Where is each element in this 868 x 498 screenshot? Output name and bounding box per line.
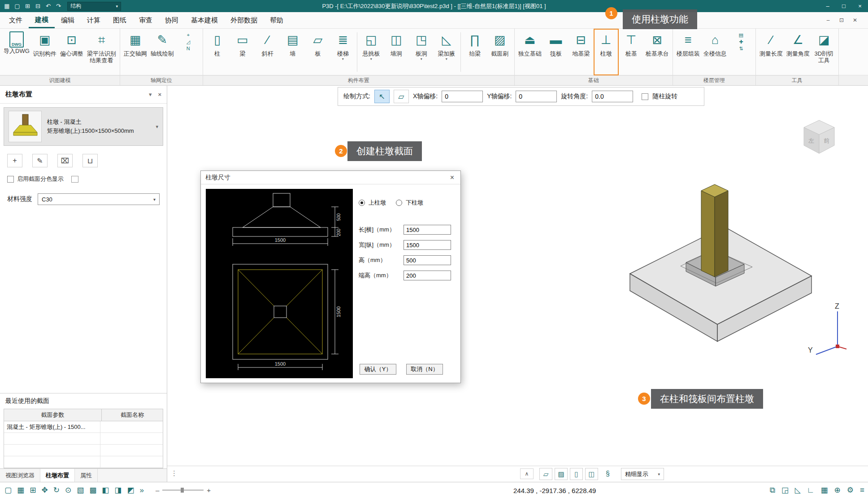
status-right-icon-4[interactable]: ▦ xyxy=(821,485,828,495)
quick-icon-0[interactable]: ▦ xyxy=(2,3,12,9)
section-preview-row[interactable]: 柱墩 - 混凝土 矩形锥墩(上):1500×1500×500mm ▾ xyxy=(4,107,163,146)
display-mode-select[interactable]: 精细显示 ▾ xyxy=(621,468,664,480)
ribbon-button[interactable]: ≡楼层组装 xyxy=(675,29,702,75)
panel-collapse-icon[interactable]: ▾ xyxy=(149,91,152,98)
menu-item[interactable]: 协同 xyxy=(159,12,185,28)
view-cube[interactable]: 左 前 xyxy=(796,116,845,161)
section-color-box[interactable] xyxy=(71,176,78,183)
table-row[interactable]: 混凝土 - 矩形锥墩(上) - 1500... xyxy=(4,421,163,433)
radio-lower-pier[interactable] xyxy=(396,200,402,206)
mini-tool-icon[interactable]: ◿ xyxy=(187,39,190,44)
status-icon-4[interactable]: ↻ xyxy=(53,485,60,495)
ribbon-button[interactable]: ∕斜杆 xyxy=(255,29,280,75)
status-icon-7[interactable]: ▩ xyxy=(89,485,96,495)
model-3d-view[interactable] xyxy=(596,159,829,375)
mini-tool-icon[interactable]: ⌖ xyxy=(187,32,190,38)
dialog-field-input-3[interactable] xyxy=(404,271,451,280)
quick-icon-5[interactable]: ↷ xyxy=(53,3,64,9)
ribbon-button[interactable]: ⌗梁平法识别 结果查看 xyxy=(85,29,118,75)
ribbon-button[interactable]: ⊟地基梁 xyxy=(569,29,594,75)
ribbon-button[interactable]: ▨截面刷 xyxy=(487,29,512,75)
zoom-thumb[interactable] xyxy=(181,488,184,493)
add-button[interactable]: + xyxy=(7,154,22,167)
display-button-0[interactable]: ▱ xyxy=(539,468,552,480)
mini-tool-icon[interactable]: ✚ xyxy=(739,39,743,44)
quick-icon-4[interactable]: ↶ xyxy=(43,3,53,9)
child-window-control-2[interactable]: ✕ xyxy=(849,17,861,23)
rotation-input[interactable] xyxy=(592,91,633,102)
panel-tab[interactable]: 视图浏览器 xyxy=(0,469,40,482)
status-icon-6[interactable]: ▧ xyxy=(77,485,84,495)
x-offset-input[interactable] xyxy=(442,91,483,102)
status-right-icon-0[interactable]: ⧉ xyxy=(770,486,775,495)
ribbon-button[interactable]: ✎轴线绘制 xyxy=(149,29,176,75)
ribbon-button[interactable]: ◺梁加腋▾ xyxy=(434,29,459,75)
library-button[interactable]: ⊔ xyxy=(82,154,98,167)
ribbon-button-pier[interactable]: ⊥柱墩 xyxy=(594,29,619,75)
rotate-with-column-checkbox[interactable] xyxy=(642,93,648,100)
display-button-2[interactable]: ▯ xyxy=(570,468,583,480)
panel-tab[interactable]: 柱墩布置 xyxy=(40,469,75,482)
ribbon-button[interactable]: ▤✚⇅ xyxy=(729,29,754,75)
menu-item[interactable]: 编辑 xyxy=(55,12,81,28)
menu-item[interactable]: 基本建模 xyxy=(185,12,224,28)
ribbon-button[interactable]: ◱悬挑板▾ xyxy=(359,29,384,75)
window-control-minimize[interactable]: – xyxy=(820,0,836,12)
status-icon-5[interactable]: ⊙ xyxy=(65,485,71,495)
display-button-3[interactable]: ◫ xyxy=(585,468,598,480)
section-color-checkbox[interactable] xyxy=(7,176,14,183)
status-right-icon-3[interactable]: ∟ xyxy=(807,486,815,495)
status-right-icon-1[interactable]: ◲ xyxy=(781,485,789,495)
ribbon-button[interactable]: ▯柱 xyxy=(205,29,230,75)
menu-item[interactable]: 文件 xyxy=(3,12,29,28)
delete-button[interactable]: ⌧ xyxy=(57,154,73,167)
preview-dropdown-icon[interactable]: ▾ xyxy=(156,124,158,130)
model-canvas[interactable]: 绘制方式: ↖ ▱ X轴偏移: Y轴偏移: 旋转角度: 随柱旋转 2 创建柱墩截… xyxy=(167,86,868,482)
child-window-control-0[interactable]: – xyxy=(822,17,834,23)
ribbon-button[interactable]: ▣识别构件 xyxy=(31,29,58,75)
dialog-field-input-0[interactable] xyxy=(404,225,451,235)
attach-icon[interactable]: § xyxy=(606,470,610,478)
material-select[interactable]: C30 ▾ xyxy=(38,193,160,205)
ribbon-button[interactable]: ▱板 xyxy=(305,29,330,75)
panel-close-icon[interactable]: × xyxy=(158,91,161,98)
zoom-in-icon[interactable]: + xyxy=(207,486,211,494)
status-icon-1[interactable]: ▦ xyxy=(17,485,24,495)
ribbon-button[interactable]: ≣楼梯▾ xyxy=(330,29,356,75)
zoom-slider[interactable]: – + xyxy=(156,486,211,494)
ribbon-button[interactable]: ▤墙 xyxy=(280,29,305,75)
draw-mode-plane-button[interactable]: ▱ xyxy=(394,90,409,103)
mini-tool-icon[interactable]: ▤ xyxy=(739,32,743,38)
menu-item[interactable]: 建模 xyxy=(29,12,55,28)
edit-button[interactable]: ✎ xyxy=(32,154,48,167)
status-icon-9[interactable]: ◨ xyxy=(114,485,122,495)
ribbon-button[interactable]: ⏏独立基础 xyxy=(516,29,543,75)
confirm-button[interactable]: 确认（Y） xyxy=(360,364,396,375)
zoom-track[interactable] xyxy=(162,489,204,491)
dialog-field-input-2[interactable] xyxy=(404,255,451,265)
menu-item[interactable]: 外部数据 xyxy=(224,12,264,28)
ribbon-button[interactable]: ∏抬梁 xyxy=(462,29,487,75)
status-icon-11[interactable]: » xyxy=(139,486,143,495)
window-control-close[interactable]: × xyxy=(852,0,868,12)
ribbon-button[interactable]: ∠测量角度 xyxy=(785,29,812,75)
y-offset-input[interactable] xyxy=(516,91,557,102)
drag-handle-icon[interactable]: ⋮ xyxy=(171,469,178,477)
ribbon-button[interactable]: ◳板洞▾ xyxy=(409,29,434,75)
structure-mode-select[interactable]: 结构 ▾ xyxy=(67,2,121,11)
ribbon-button[interactable]: ◫墙洞 xyxy=(384,29,409,75)
dialog-close-icon[interactable]: × xyxy=(448,174,456,182)
display-button-1[interactable]: ▨ xyxy=(555,468,568,480)
dialog-titlebar[interactable]: 柱墩尺寸 × xyxy=(201,171,460,184)
ribbon-button[interactable]: ∕测量长度 xyxy=(758,29,785,75)
status-icon-0[interactable]: ▢ xyxy=(4,485,12,495)
draw-mode-click-button[interactable]: ↖ xyxy=(374,90,390,103)
quick-icon-3[interactable]: ⊟ xyxy=(33,3,43,9)
ribbon-button[interactable]: ▦正交轴网 xyxy=(122,29,149,75)
zoom-out-icon[interactable]: – xyxy=(156,486,159,494)
quick-icon-2[interactable]: ⊞ xyxy=(22,3,33,9)
status-icon-8[interactable]: ◧ xyxy=(102,485,109,495)
menu-item[interactable]: 帮助 xyxy=(264,12,290,28)
ribbon-button[interactable]: ▬筏板 xyxy=(543,29,569,75)
menu-item[interactable]: 计算 xyxy=(81,12,107,28)
